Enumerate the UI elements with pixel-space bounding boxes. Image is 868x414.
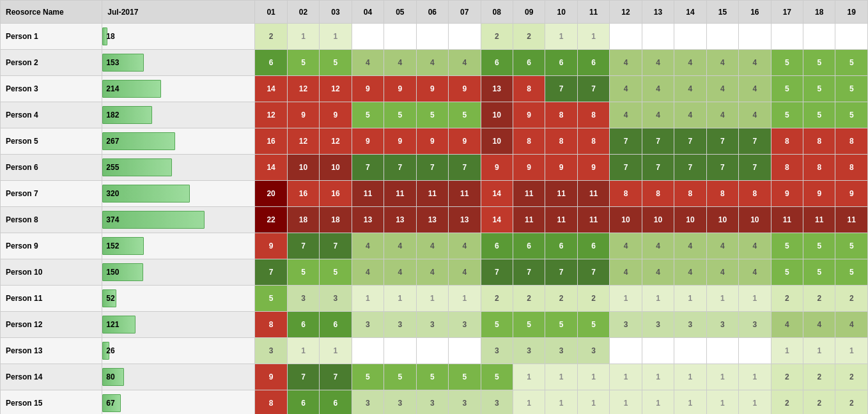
person-bar: 80 bbox=[102, 364, 255, 390]
day-cell: 7 bbox=[287, 233, 319, 259]
day-cell: 9 bbox=[255, 233, 287, 259]
day-cell: 1 bbox=[320, 338, 352, 364]
day-cell: 4 bbox=[610, 76, 642, 102]
day-cell: 9 bbox=[513, 102, 545, 128]
table-row: Person 14809775555511111111222 bbox=[1, 364, 868, 390]
day-cell: 1 bbox=[577, 24, 609, 50]
day-cell: 7 bbox=[545, 76, 577, 102]
day-cell: 6 bbox=[287, 390, 319, 415]
day-cell: 5 bbox=[835, 50, 868, 76]
day-cell: 7 bbox=[706, 155, 738, 181]
day-cell: 5 bbox=[803, 50, 835, 76]
day-cell: 5 bbox=[416, 364, 448, 390]
day-cell: 5 bbox=[287, 259, 319, 286]
day-cell: 2 bbox=[481, 24, 513, 50]
day-cell: 9 bbox=[320, 102, 352, 128]
day-cell: 8 bbox=[577, 128, 609, 155]
day-cell: 4 bbox=[642, 102, 674, 128]
header-day-08: 08 bbox=[481, 1, 513, 24]
day-cell bbox=[416, 24, 448, 50]
header-day-05: 05 bbox=[384, 1, 416, 24]
header-day-15: 15 bbox=[706, 1, 738, 24]
person-bar: 152 bbox=[102, 233, 255, 259]
day-cell: 2 bbox=[481, 286, 513, 312]
day-cell: 13 bbox=[449, 207, 481, 233]
day-cell: 11 bbox=[577, 181, 609, 207]
day-cell: 6 bbox=[577, 50, 609, 76]
day-cell: 9 bbox=[481, 155, 513, 181]
table-row: Person 13263113333111 bbox=[1, 338, 868, 364]
bar-value: 150 bbox=[105, 268, 119, 277]
day-cell: 7 bbox=[545, 259, 577, 286]
day-cell: 8 bbox=[255, 312, 287, 338]
day-cell: 11 bbox=[835, 207, 868, 233]
day-cell: 5 bbox=[835, 259, 868, 286]
table-row: Person 11525331111222211111222 bbox=[1, 286, 868, 312]
day-cell: 11 bbox=[513, 181, 545, 207]
day-cell: 8 bbox=[739, 181, 771, 207]
day-cell: 4 bbox=[416, 233, 448, 259]
day-cell: 16 bbox=[287, 181, 319, 207]
day-cell: 10 bbox=[481, 102, 513, 128]
day-cell: 3 bbox=[255, 338, 287, 364]
day-cell: 5 bbox=[803, 102, 835, 128]
person-name: Person 4 bbox=[1, 102, 102, 128]
person-name: Person 6 bbox=[1, 155, 102, 181]
person-bar: 26 bbox=[102, 338, 255, 364]
header-day-17: 17 bbox=[771, 1, 803, 24]
person-name: Person 7 bbox=[1, 181, 102, 207]
day-cell: 10 bbox=[481, 128, 513, 155]
day-cell: 3 bbox=[481, 338, 513, 364]
day-cell: 1 bbox=[739, 364, 771, 390]
day-cell: 8 bbox=[803, 128, 835, 155]
day-cell: 4 bbox=[449, 233, 481, 259]
day-cell: 12 bbox=[320, 76, 352, 102]
day-cell: 9 bbox=[577, 155, 609, 181]
day-cell: 8 bbox=[835, 155, 868, 181]
day-cell: 3 bbox=[642, 312, 674, 338]
day-cell: 8 bbox=[771, 128, 803, 155]
bar-value: 67 bbox=[105, 399, 114, 408]
day-cell: 9 bbox=[449, 76, 481, 102]
day-cell: 1 bbox=[513, 364, 545, 390]
day-cell: 5 bbox=[481, 312, 513, 338]
day-cell: 1 bbox=[577, 364, 609, 390]
day-cell: 1 bbox=[642, 390, 674, 415]
day-cell: 12 bbox=[287, 76, 319, 102]
day-cell: 18 bbox=[287, 207, 319, 233]
day-cell: 4 bbox=[706, 259, 738, 286]
header-day-19: 19 bbox=[835, 1, 868, 24]
day-cell: 2 bbox=[255, 24, 287, 50]
day-cell bbox=[449, 24, 481, 50]
day-cell: 7 bbox=[320, 233, 352, 259]
day-cell: 10 bbox=[610, 207, 642, 233]
day-cell: 8 bbox=[835, 128, 868, 155]
day-cell: 11 bbox=[352, 181, 384, 207]
day-cell: 5 bbox=[384, 102, 416, 128]
day-cell: 2 bbox=[835, 390, 868, 415]
person-bar: 52 bbox=[102, 286, 255, 312]
bar-value: 152 bbox=[105, 241, 119, 250]
day-cell: 4 bbox=[416, 259, 448, 286]
day-cell: 9 bbox=[255, 364, 287, 390]
day-cell: 8 bbox=[513, 128, 545, 155]
person-bar: 150 bbox=[102, 259, 255, 286]
person-name: Person 8 bbox=[1, 207, 102, 233]
day-cell: 7 bbox=[384, 155, 416, 181]
day-cell: 8 bbox=[642, 181, 674, 207]
day-cell: 4 bbox=[449, 259, 481, 286]
day-cell: 1 bbox=[352, 286, 384, 312]
day-cell: 5 bbox=[481, 364, 513, 390]
day-cell: 4 bbox=[384, 259, 416, 286]
day-cell: 5 bbox=[771, 233, 803, 259]
header-month: Jul-2017 bbox=[102, 1, 255, 24]
day-cell bbox=[642, 338, 674, 364]
day-cell: 9 bbox=[416, 76, 448, 102]
day-cell: 7 bbox=[416, 155, 448, 181]
day-cell: 13 bbox=[416, 207, 448, 233]
day-cell: 20 bbox=[255, 181, 287, 207]
day-cell bbox=[739, 24, 771, 50]
day-cell: 10 bbox=[739, 207, 771, 233]
day-cell: 8 bbox=[577, 102, 609, 128]
day-cell: 11 bbox=[545, 181, 577, 207]
